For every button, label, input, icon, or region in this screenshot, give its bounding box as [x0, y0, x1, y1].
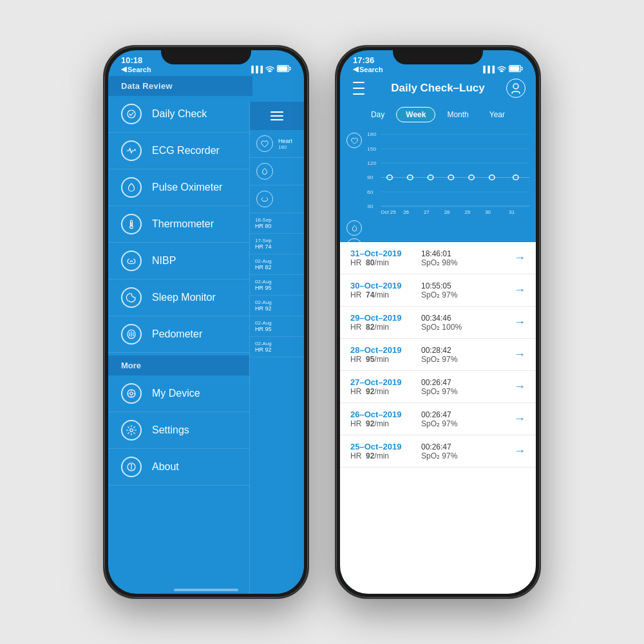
record-1[interactable]: 30–Oct–2019 HR 74/min 10:55:05 SpO₂ 97% …	[340, 274, 536, 307]
record-3[interactable]: 28–Oct–2019 HR 95/min 00:28:42 SpO₂ 97% …	[340, 339, 536, 371]
settings-label: Settings	[152, 424, 189, 436]
svg-text:29: 29	[464, 210, 470, 215]
ecg-recorder-label: ECG Recorder	[152, 145, 220, 156]
status-time-1: 10:18	[121, 55, 151, 65]
signal-icon: ▐▐▐	[249, 66, 263, 73]
pedometer-label: Pedometer	[152, 328, 202, 340]
record-date-col-2: 29–Oct–2019 HR 82/min	[350, 313, 421, 332]
thermometer-label: Thermometer	[152, 218, 214, 230]
home-indicator-2	[406, 589, 470, 591]
record-date-col-5: 26–Oct–2019 HR 92/min	[350, 410, 421, 428]
sidebar-item-pedometer[interactable]: Pedometer	[108, 316, 252, 353]
app-header: Daily Check–Lucy	[340, 76, 536, 103]
svg-point-0	[269, 71, 270, 71]
sidebar-item-my-device[interactable]: My Device	[108, 375, 252, 412]
record-hr-5: HR 92/min	[350, 419, 421, 428]
svg-text:150: 150	[367, 146, 377, 151]
battery-icon-2	[509, 65, 523, 73]
right-spo2-icon	[256, 163, 273, 180]
tab-day[interactable]: Day	[362, 107, 393, 122]
sidebar-item-thermometer[interactable]: Thermometer	[108, 206, 252, 243]
tab-year[interactable]: Year	[480, 107, 514, 122]
back-button-1[interactable]: ◀ Search	[121, 65, 151, 73]
records-list: 31–Oct–2019 HR 80/min 18:46:01 SpO₂ 98% …	[340, 242, 536, 594]
tab-week[interactable]: Week	[396, 107, 435, 122]
daily-check-label: Daily Check	[152, 108, 207, 120]
pulse-oximeter-label: Pulse Oximeter	[152, 182, 222, 193]
my-device-icon	[121, 383, 142, 404]
record-4[interactable]: 27–Oct–2019 HR 92/min 00:26:47 SpO₂ 97% …	[340, 371, 536, 403]
daily-check-icon	[121, 104, 142, 124]
right-nibp-icon	[256, 191, 273, 207]
thermometer-icon	[121, 214, 142, 234]
svg-text:30: 30	[485, 210, 491, 215]
right-heart-icon	[256, 135, 273, 152]
record-6[interactable]: 25–Oct–2019 HR 92/min 00:26:47 SpO₂ 97% …	[340, 435, 536, 468]
record-hr-0: HR 80/min	[350, 258, 421, 267]
sidebar-item-ecg-recorder[interactable]: ECG Recorder	[108, 133, 252, 169]
right-data-1: 17-Sep HR 74	[250, 234, 304, 254]
record-hr-6: HR 92/min	[350, 451, 421, 460]
record-date-col-1: 30–Oct–2019 HR 74/min	[350, 281, 421, 299]
record-time-2: 00:34:46	[421, 314, 514, 323]
notch	[161, 46, 251, 64]
svg-point-17	[131, 464, 131, 465]
settings-icon	[121, 420, 142, 440]
ecg-icon	[121, 140, 142, 161]
hamburger-menu[interactable]	[250, 102, 304, 130]
sidebar-item-daily-check[interactable]: Daily Check	[108, 96, 252, 133]
right-nibp-row	[250, 185, 304, 213]
status-time-2: 17:36	[353, 55, 383, 65]
record-date-col-3: 28–Oct–2019 HR 95/min	[350, 345, 421, 364]
sleep-monitor-label: Sleep Monitor	[152, 292, 216, 303]
svg-text:60: 60	[367, 189, 374, 194]
tab-month[interactable]: Month	[438, 107, 477, 122]
record-date-4: 27–Oct–2019	[350, 377, 421, 387]
screen-detail: 17:36 ◀ Search ▐▐▐	[340, 50, 536, 594]
record-hr-2: HR 82/min	[350, 323, 421, 332]
pulse-oximeter-icon	[121, 177, 142, 198]
svg-point-14	[130, 429, 133, 432]
right-data-6: 02-Aug HR 92	[250, 337, 304, 357]
record-2[interactable]: 29–Oct–2019 HR 82/min 00:34:46 SpO₂ 100%…	[340, 307, 536, 339]
status-icons-2: ▐▐▐	[481, 65, 523, 73]
record-spo2-2: SpO₂ 100%	[421, 323, 514, 332]
back-button-2[interactable]: ◀ Search	[353, 65, 383, 73]
notch-2	[393, 46, 483, 64]
phone-menu: 10:18 ◀ Search ▐▐▐	[103, 45, 309, 599]
hamburger-button[interactable]	[350, 79, 367, 97]
record-arrow-6: →	[514, 444, 526, 458]
right-heart-value: 180	[278, 144, 292, 150]
chart-spo2-icon	[346, 220, 362, 236]
avatar[interactable]	[506, 79, 526, 98]
section-header-more: More	[108, 355, 252, 375]
sidebar-item-nibp[interactable]: NIBP	[108, 243, 252, 279]
sidebar-item-sleep-monitor[interactable]: Sleep Monitor	[108, 279, 252, 316]
record-5[interactable]: 26–Oct–2019 HR 92/min 00:26:47 SpO₂ 97% …	[340, 403, 536, 435]
svg-text:28: 28	[444, 210, 450, 215]
sidebar-item-about[interactable]: About	[108, 449, 252, 486]
record-arrow-5: →	[514, 412, 526, 426]
record-date-5: 26–Oct–2019	[350, 410, 421, 419]
right-data-5: 02-Aug HR 95	[250, 316, 304, 337]
section-header-data-review: Data Review	[108, 76, 252, 96]
svg-text:31: 31	[509, 210, 515, 215]
record-spo2-1: SpO₂ 97%	[421, 290, 514, 299]
chart-row: 180 150 120 90 60 30	[346, 131, 529, 218]
chart-spo2-row	[346, 219, 529, 236]
record-arrow-3: →	[514, 348, 526, 361]
record-date-6: 25–Oct–2019	[350, 442, 421, 451]
svg-point-18	[501, 71, 502, 71]
sidebar-item-settings[interactable]: Settings	[108, 412, 252, 449]
right-data-3: 02-Aug HR 95	[250, 275, 304, 296]
record-spo2-5: SpO₂ 97%	[421, 419, 514, 428]
sidebar-item-pulse-oximeter[interactable]: Pulse Oximeter	[108, 169, 252, 206]
svg-text:26: 26	[403, 210, 409, 215]
chart-graph: 180 150 120 90 60 30	[366, 131, 529, 218]
status-icons-1: ▐▐▐	[249, 65, 291, 73]
nibp-icon	[121, 251, 142, 271]
record-time-col-4: 00:26:47 SpO₂ 97%	[421, 378, 514, 396]
right-data-4: 02-Aug HR 92	[250, 296, 304, 316]
record-time-6: 00:26:47	[421, 442, 514, 451]
pedometer-icon	[121, 324, 142, 345]
